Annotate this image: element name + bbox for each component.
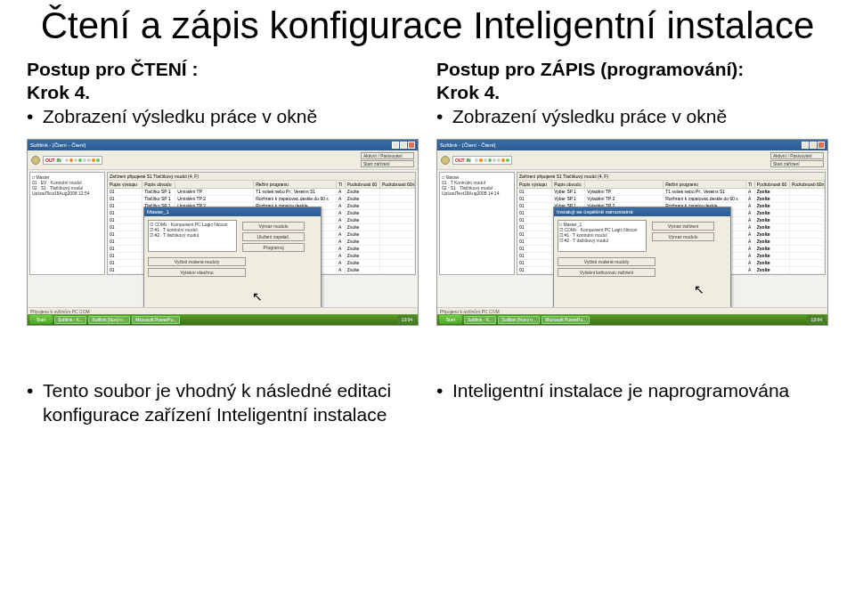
left-heading: Postup pro ČTENÍ :: [27, 59, 419, 80]
dialog-btn-read-selected[interactable]: Vyčisti zvolené moduly: [148, 257, 246, 266]
bullet-icon: •: [436, 105, 452, 128]
left-column: Postup pro ČTENÍ : Krok 4. • Zobrazení v…: [27, 59, 419, 128]
toolbar: OUT IN Aktivní / Pasivování Start zaříze…: [437, 150, 827, 170]
toolbar-btn-active[interactable]: Aktivní / Pasivování: [361, 152, 414, 159]
taskbar-item[interactable]: Softlink [Nový n...: [88, 316, 130, 324]
taskbar-item[interactable]: Microsoft PowerPo...: [542, 316, 590, 324]
app-icon: [441, 156, 450, 165]
dialog-master: Master_1 ☑ COMx · Komponent PC Logic Nic…: [143, 207, 322, 309]
taskbar-item[interactable]: Softlink - K...: [54, 316, 86, 324]
footer-right-text: Inteligentní instalace je naprogramována: [452, 379, 789, 402]
bullet-icon: •: [436, 379, 452, 402]
dialog-module-list[interactable]: □ Master_1 ☑ COMx · Komponent PC Logic N…: [558, 220, 647, 252]
dialog-title: Instalují se úspěšně samostatné: [554, 207, 730, 216]
footer-left-text: Tento soubor je vhodný k následné editac…: [43, 379, 419, 426]
dialog-title: Master_1: [144, 207, 321, 216]
app-icon: [31, 156, 40, 165]
dialog-btn-print-all[interactable]: Vytiskni všechno: [148, 268, 246, 277]
dialog-btn-ulozeni[interactable]: Uložení zapalač.: [242, 232, 305, 241]
left-step: Krok 4.: [27, 82, 419, 103]
window-titlebar: Softlink - [Čtení - Čtení]: [437, 140, 827, 150]
window-titlebar: Softlink - [Čtení - Čtení]: [28, 140, 418, 150]
minimize-button[interactable]: [802, 142, 809, 149]
top-columns: Postup pro ČTENÍ : Krok 4. • Zobrazení v…: [0, 46, 855, 128]
right-step: Krok 4.: [436, 82, 828, 103]
table-row[interactable]: 01Vyber SP 1Vyladění TP 2Rozhraní k zapa…: [517, 196, 825, 203]
dialog-module-list[interactable]: ☑ COMx · Komponent PC Logic Niccon ☑ #1 …: [148, 220, 237, 252]
toolbar-btn-active[interactable]: Aktivní / Pasivování: [770, 152, 824, 159]
taskbar-item[interactable]: Microsoft PowerPo...: [132, 316, 180, 324]
right-bullet-text: Zobrazení výsledku práce v okně: [452, 105, 727, 128]
screenshot-right: Softlink - [Čtení - Čtení] OUT IN Aktivn…: [436, 139, 828, 326]
dialog-btn-print-library[interactable]: Vytiskni knihovnou zařízení: [558, 268, 656, 277]
dialog-btn-vymaz-device[interactable]: Výmaz zařízení: [652, 222, 714, 231]
screenshot-left: Softlink - [Čtení - Čtení] OUT IN Aktivn…: [27, 139, 419, 326]
footer-left: • Tento soubor je vhodný k následné edit…: [27, 379, 419, 426]
start-button[interactable]: Start: [29, 315, 53, 324]
table-caption: Zařízení připojené S1 Tlačítkový modul (…: [108, 173, 415, 181]
dialog-btn-program[interactable]: Programuj: [242, 243, 305, 252]
dialog-btn-read-selected[interactable]: Vyčisti zvolené moduly: [558, 257, 656, 266]
maximize-button[interactable]: [400, 142, 407, 149]
footer-right: • Inteligentní instalace je naprogramová…: [436, 379, 828, 426]
system-tray[interactable]: 13:04: [807, 315, 826, 324]
system-tray[interactable]: 13:04: [397, 315, 416, 324]
slide-title: Čtení a zápis konfigurace Inteligentní i…: [0, 0, 855, 46]
cursor-icon: ↖: [694, 282, 704, 296]
status-bar: Připojeno k ovčínům PC COM: [437, 307, 827, 314]
bullet-icon: •: [27, 105, 43, 128]
maximize-button[interactable]: [810, 142, 817, 149]
screenshots-row: Softlink - [Čtení - Čtení] OUT IN Aktivn…: [0, 128, 855, 326]
toolbar-btn-start[interactable]: Start zařízení: [361, 160, 414, 167]
close-button[interactable]: [818, 142, 825, 149]
tree-pane[interactable]: □ Master 01 · EV · Kontrolní modul 02 · …: [29, 172, 105, 275]
right-heading: Postup pro ZÁPIS (programování):: [436, 59, 828, 80]
window-title: Softlink - [Čtení - Čtení]: [440, 142, 495, 148]
table-header: Popis výstupu Popis obvodu Režim program…: [517, 181, 825, 189]
taskbar-item[interactable]: Softlink - K...: [464, 316, 496, 324]
taskbar-item[interactable]: Softlink [Nový n...: [498, 316, 540, 324]
io-indicator: OUT IN: [43, 156, 102, 165]
start-button[interactable]: Start: [439, 315, 462, 324]
taskbar: Start Softlink - K... Softlink [Nový n..…: [437, 314, 827, 325]
close-button[interactable]: [408, 142, 415, 149]
status-bar: Připojeno k ovčínům PC COM: [28, 307, 418, 314]
left-bullet-row: • Zobrazení výsledku práce v okně: [27, 105, 419, 128]
tree-pane[interactable]: □ Master 01 · T Kontrolní modul 02 · S1 …: [439, 172, 515, 275]
left-bullet-text: Zobrazení výsledku práce v okně: [43, 105, 317, 128]
dialog-btn-vymaz-module[interactable]: Výmaz modulu: [652, 232, 714, 241]
footer-columns: • Tento soubor je vhodný k následné edit…: [0, 326, 855, 426]
right-column: Postup pro ZÁPIS (programování): Krok 4.…: [436, 59, 828, 128]
table-row[interactable]: 01Tlačítko SP 1Umístění TP 2Rozhraní k z…: [108, 196, 415, 203]
taskbar: Start Softlink - K... Softlink [Nový n..…: [28, 314, 418, 325]
toolbar-btn-start[interactable]: Start zařízení: [770, 160, 824, 167]
minimize-button[interactable]: [392, 142, 399, 149]
table-header: Popis výstupu Popis obvodu Režim program…: [108, 181, 415, 189]
toolbar: OUT IN Aktivní / Pasivování Start zaříze…: [28, 150, 418, 170]
io-indicator: OUT IN: [452, 156, 512, 165]
table-row[interactable]: 01Tlačítko SP 1Umístění TPT1 svitek nebo…: [108, 189, 415, 196]
table-row[interactable]: 01Vyber SP 1Vyladění TPT1 svitek nebo Pr…: [517, 189, 825, 196]
table-caption: Zařízení připojené S1 Tlačítkový modul (…: [517, 173, 825, 181]
right-bullet-row: • Zobrazení výsledku práce v okně: [436, 105, 828, 128]
dialog-btn-vymaz[interactable]: Výmaz modulu: [242, 222, 305, 231]
window-title: Softlink - [Čtení - Čtení]: [30, 142, 86, 148]
dialog-install: Instalují se úspěšně samostatné □ Master…: [553, 207, 731, 309]
bullet-icon: •: [27, 379, 43, 426]
cursor-icon: ↖: [252, 289, 263, 304]
